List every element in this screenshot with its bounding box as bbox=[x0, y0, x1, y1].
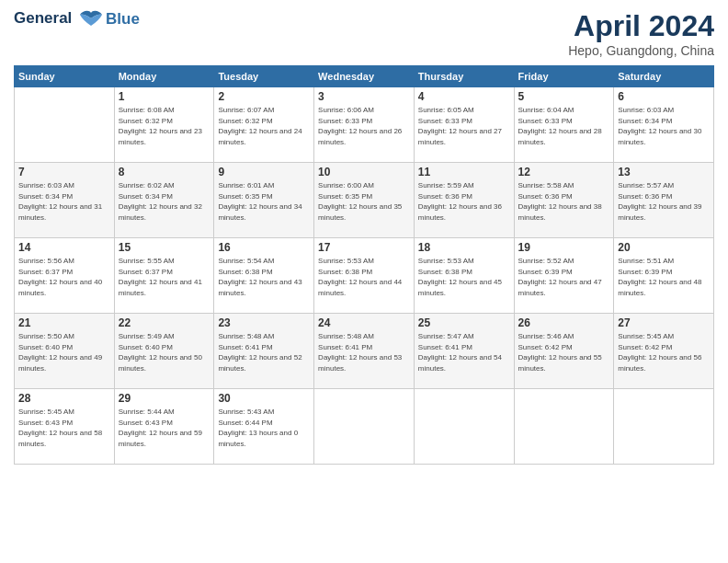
table-row: 8Sunrise: 6:02 AM Sunset: 6:34 PM Daylig… bbox=[114, 163, 214, 238]
cell-info: Sunrise: 6:04 AM Sunset: 6:33 PM Dayligh… bbox=[518, 105, 610, 147]
table-row: 25Sunrise: 5:47 AM Sunset: 6:41 PM Dayli… bbox=[414, 314, 514, 389]
day-number: 28 bbox=[18, 392, 110, 405]
table-row: 21Sunrise: 5:50 AM Sunset: 6:40 PM Dayli… bbox=[15, 314, 115, 389]
day-number: 21 bbox=[18, 316, 110, 329]
day-number: 26 bbox=[518, 316, 610, 329]
day-number: 27 bbox=[618, 316, 710, 329]
cell-info: Sunrise: 6:03 AM Sunset: 6:34 PM Dayligh… bbox=[18, 180, 110, 223]
header-sunday: Sunday bbox=[15, 66, 115, 87]
day-number: 11 bbox=[418, 166, 510, 178]
table-row: 1Sunrise: 6:08 AM Sunset: 6:32 PM Daylig… bbox=[114, 87, 214, 163]
cell-info: Sunrise: 6:06 AM Sunset: 6:33 PM Dayligh… bbox=[318, 105, 410, 147]
day-number: 2 bbox=[218, 90, 310, 103]
cell-info: Sunrise: 5:45 AM Sunset: 6:42 PM Dayligh… bbox=[618, 331, 710, 373]
table-row: 6Sunrise: 6:03 AM Sunset: 6:34 PM Daylig… bbox=[614, 87, 714, 163]
day-number: 30 bbox=[218, 392, 310, 405]
day-number: 1 bbox=[119, 90, 210, 103]
cell-info: Sunrise: 5:53 AM Sunset: 6:38 PM Dayligh… bbox=[318, 256, 410, 298]
table-row: 11Sunrise: 5:59 AM Sunset: 6:36 PM Dayli… bbox=[414, 163, 514, 238]
calendar-week-row: 28Sunrise: 5:45 AM Sunset: 6:43 PM Dayli… bbox=[15, 389, 714, 465]
cell-info: Sunrise: 5:53 AM Sunset: 6:38 PM Dayligh… bbox=[418, 256, 510, 298]
day-number: 25 bbox=[418, 316, 510, 329]
cell-info: Sunrise: 5:55 AM Sunset: 6:37 PM Dayligh… bbox=[119, 256, 210, 298]
day-number: 22 bbox=[119, 316, 210, 329]
header-monday: Monday bbox=[114, 66, 214, 87]
cell-info: Sunrise: 5:45 AM Sunset: 6:43 PM Dayligh… bbox=[18, 407, 110, 449]
table-row: 15Sunrise: 5:55 AM Sunset: 6:37 PM Dayli… bbox=[114, 238, 214, 314]
table-row: 5Sunrise: 6:04 AM Sunset: 6:33 PM Daylig… bbox=[514, 87, 614, 163]
cell-info: Sunrise: 6:01 AM Sunset: 6:35 PM Dayligh… bbox=[218, 180, 310, 223]
logo-general: General bbox=[14, 9, 72, 27]
calendar-header-row: Sunday Monday Tuesday Wednesday Thursday… bbox=[15, 66, 714, 87]
table-row: 18Sunrise: 5:53 AM Sunset: 6:38 PM Dayli… bbox=[414, 238, 514, 314]
location: Hepo, Guangdong, China bbox=[568, 43, 714, 58]
day-number: 13 bbox=[618, 166, 710, 178]
header-wednesday: Wednesday bbox=[314, 66, 415, 87]
day-number: 23 bbox=[218, 316, 310, 329]
table-row: 19Sunrise: 5:52 AM Sunset: 6:39 PM Dayli… bbox=[514, 238, 614, 314]
table-row: 29Sunrise: 5:44 AM Sunset: 6:43 PM Dayli… bbox=[114, 389, 214, 465]
day-number: 18 bbox=[418, 241, 510, 254]
cell-info: Sunrise: 5:50 AM Sunset: 6:40 PM Dayligh… bbox=[18, 331, 110, 373]
header-friday: Friday bbox=[514, 66, 614, 87]
header-thursday: Thursday bbox=[414, 66, 514, 87]
calendar-week-row: 14Sunrise: 5:56 AM Sunset: 6:37 PM Dayli… bbox=[15, 238, 714, 314]
table-row: 28Sunrise: 5:45 AM Sunset: 6:43 PM Dayli… bbox=[15, 389, 115, 465]
table-row bbox=[614, 389, 714, 465]
cell-info: Sunrise: 5:48 AM Sunset: 6:41 PM Dayligh… bbox=[218, 331, 310, 373]
cell-info: Sunrise: 6:08 AM Sunset: 6:32 PM Dayligh… bbox=[119, 105, 210, 147]
cell-info: Sunrise: 5:57 AM Sunset: 6:36 PM Dayligh… bbox=[618, 180, 710, 223]
table-row: 17Sunrise: 5:53 AM Sunset: 6:38 PM Dayli… bbox=[314, 238, 415, 314]
table-row: 7Sunrise: 6:03 AM Sunset: 6:34 PM Daylig… bbox=[15, 163, 115, 238]
day-number: 5 bbox=[518, 90, 610, 103]
header: General Blue April 2024 Hepo, Guangdong,… bbox=[14, 9, 714, 58]
logo-bird-icon bbox=[78, 9, 104, 29]
cell-info: Sunrise: 5:44 AM Sunset: 6:43 PM Dayligh… bbox=[119, 407, 210, 449]
day-number: 24 bbox=[318, 316, 410, 329]
cell-info: Sunrise: 5:56 AM Sunset: 6:37 PM Dayligh… bbox=[18, 256, 110, 298]
day-number: 7 bbox=[18, 166, 110, 178]
cell-info: Sunrise: 6:05 AM Sunset: 6:33 PM Dayligh… bbox=[418, 105, 510, 147]
table-row: 14Sunrise: 5:56 AM Sunset: 6:37 PM Dayli… bbox=[15, 238, 115, 314]
table-row: 4Sunrise: 6:05 AM Sunset: 6:33 PM Daylig… bbox=[414, 87, 514, 163]
table-row: 27Sunrise: 5:45 AM Sunset: 6:42 PM Dayli… bbox=[614, 314, 714, 389]
table-row: 3Sunrise: 6:06 AM Sunset: 6:33 PM Daylig… bbox=[314, 87, 415, 163]
table-row: 9Sunrise: 6:01 AM Sunset: 6:35 PM Daylig… bbox=[214, 163, 314, 238]
table-row bbox=[15, 87, 115, 163]
table-row: 16Sunrise: 5:54 AM Sunset: 6:38 PM Dayli… bbox=[214, 238, 314, 314]
calendar-week-row: 1Sunrise: 6:08 AM Sunset: 6:32 PM Daylig… bbox=[15, 87, 714, 163]
logo-blue: Blue bbox=[106, 10, 140, 29]
day-number: 29 bbox=[119, 392, 210, 405]
table-row: 30Sunrise: 5:43 AM Sunset: 6:44 PM Dayli… bbox=[214, 389, 314, 465]
table-row: 23Sunrise: 5:48 AM Sunset: 6:41 PM Dayli… bbox=[214, 314, 314, 389]
calendar-week-row: 7Sunrise: 6:03 AM Sunset: 6:34 PM Daylig… bbox=[15, 163, 714, 238]
cell-info: Sunrise: 5:49 AM Sunset: 6:40 PM Dayligh… bbox=[119, 331, 210, 373]
cell-info: Sunrise: 5:58 AM Sunset: 6:36 PM Dayligh… bbox=[518, 180, 610, 223]
table-row: 10Sunrise: 6:00 AM Sunset: 6:35 PM Dayli… bbox=[314, 163, 415, 238]
cell-info: Sunrise: 5:43 AM Sunset: 6:44 PM Dayligh… bbox=[218, 407, 310, 449]
table-row: 24Sunrise: 5:48 AM Sunset: 6:41 PM Dayli… bbox=[314, 314, 415, 389]
page-container: General Blue April 2024 Hepo, Guangdong,… bbox=[0, 0, 728, 474]
day-number: 19 bbox=[518, 241, 610, 254]
cell-info: Sunrise: 5:46 AM Sunset: 6:42 PM Dayligh… bbox=[518, 331, 610, 373]
day-number: 15 bbox=[119, 241, 210, 254]
day-number: 16 bbox=[218, 241, 310, 254]
day-number: 20 bbox=[618, 241, 710, 254]
table-row: 26Sunrise: 5:46 AM Sunset: 6:42 PM Dayli… bbox=[514, 314, 614, 389]
cell-info: Sunrise: 5:59 AM Sunset: 6:36 PM Dayligh… bbox=[418, 180, 510, 223]
day-number: 6 bbox=[618, 90, 710, 103]
day-number: 10 bbox=[318, 166, 410, 178]
day-number: 14 bbox=[18, 241, 110, 254]
day-number: 3 bbox=[318, 90, 410, 103]
logo: General Blue bbox=[14, 9, 140, 29]
day-number: 9 bbox=[218, 166, 310, 178]
table-row: 12Sunrise: 5:58 AM Sunset: 6:36 PM Dayli… bbox=[514, 163, 614, 238]
table-row bbox=[414, 389, 514, 465]
table-row: 13Sunrise: 5:57 AM Sunset: 6:36 PM Dayli… bbox=[614, 163, 714, 238]
month-year: April 2024 bbox=[568, 9, 714, 43]
table-row bbox=[514, 389, 614, 465]
title-area: April 2024 Hepo, Guangdong, China bbox=[568, 9, 714, 58]
day-number: 8 bbox=[119, 166, 210, 178]
table-row: 20Sunrise: 5:51 AM Sunset: 6:39 PM Dayli… bbox=[614, 238, 714, 314]
day-number: 17 bbox=[318, 241, 410, 254]
